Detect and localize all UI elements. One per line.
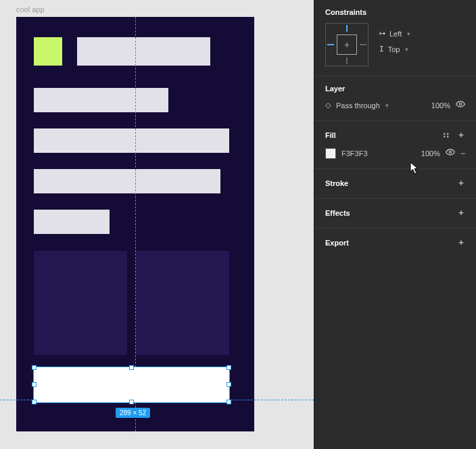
shape-green-square[interactable] (34, 37, 62, 66)
fill-section: Fill ∷ ＋ F3F3F3 100% − (314, 121, 476, 169)
resize-handle-n[interactable] (129, 365, 134, 370)
resize-handle-sw[interactable] (32, 400, 37, 404)
shape-card-right[interactable] (136, 251, 229, 355)
shape-card-left[interactable] (34, 251, 127, 355)
layer-title: Layer (325, 85, 465, 93)
resize-handle-s[interactable] (129, 400, 134, 404)
h-align-icon: ↦ (379, 29, 385, 38)
constraint-vertical-dropdown[interactable]: I Top ▾ (379, 45, 410, 53)
blend-mode-label: Pass through (336, 101, 380, 110)
v-align-icon: I (379, 45, 384, 53)
fill-swatch[interactable] (325, 148, 336, 159)
effects-title: Effects (325, 209, 350, 217)
fill-styles-icon[interactable]: ∷ (444, 131, 449, 140)
add-export-icon[interactable]: ＋ (457, 237, 465, 248)
chevron-down-icon: ▾ (385, 102, 389, 109)
resize-handle-ne[interactable] (227, 365, 231, 370)
resize-handle-se[interactable] (227, 400, 231, 404)
chevron-down-icon: ▾ (407, 30, 410, 37)
stroke-title: Stroke (325, 179, 348, 187)
constraints-widget[interactable]: + (325, 23, 368, 66)
visibility-icon[interactable] (456, 99, 465, 111)
shape-bar-5[interactable] (34, 210, 110, 234)
svg-point-1 (449, 151, 452, 153)
selected-shape[interactable] (34, 367, 229, 402)
visibility-icon[interactable] (446, 147, 455, 159)
remove-fill-icon[interactable]: − (460, 149, 465, 158)
shape-bar-2[interactable] (34, 88, 168, 112)
constraints-section: Constraints + ↦ Left ▾ I Top ▾ (314, 0, 476, 76)
constraint-horizontal-dropdown[interactable]: ↦ Left ▾ (379, 29, 410, 38)
canvas[interactable]: cool app 289 × 52 (0, 0, 314, 449)
constraints-center-icon: + (337, 34, 357, 55)
shape-bar-4[interactable] (34, 169, 220, 193)
fill-hex-value[interactable]: F3F3F3 (341, 149, 368, 158)
layer-section: Layer ◇ Pass through ▾ 100% (314, 76, 476, 121)
add-fill-icon[interactable]: ＋ (457, 129, 465, 141)
constraint-vertical-label: Top (388, 45, 400, 53)
stroke-section: Stroke ＋ (314, 169, 476, 199)
fill-opacity-value[interactable]: 100% (421, 149, 440, 158)
frame-label[interactable]: cool app (16, 5, 45, 14)
shape-bar-1[interactable] (77, 37, 210, 66)
chevron-down-icon: ▾ (405, 46, 408, 53)
resize-handle-nw[interactable] (32, 365, 37, 370)
blend-mode-icon: ◇ (325, 101, 331, 110)
export-section: Export ＋ (314, 229, 476, 258)
resize-handle-e[interactable] (227, 382, 231, 387)
shape-bar-3[interactable] (34, 128, 229, 153)
effects-section: Effects ＋ (314, 199, 476, 229)
dimensions-badge: 289 × 52 (116, 408, 150, 418)
blend-mode-dropdown[interactable]: Pass through ▾ (336, 101, 389, 110)
resize-handle-w[interactable] (32, 382, 37, 387)
add-effect-icon[interactable]: ＋ (457, 207, 465, 218)
design-panel: Constraints + ↦ Left ▾ I Top ▾ (314, 0, 476, 449)
add-stroke-icon[interactable]: ＋ (457, 177, 465, 189)
export-title: Export (325, 239, 349, 247)
constraint-horizontal-label: Left (389, 30, 402, 38)
svg-point-0 (459, 103, 462, 105)
layer-opacity-value[interactable]: 100% (431, 101, 450, 110)
fill-title: Fill (325, 131, 336, 139)
constraints-title: Constraints (325, 8, 465, 16)
